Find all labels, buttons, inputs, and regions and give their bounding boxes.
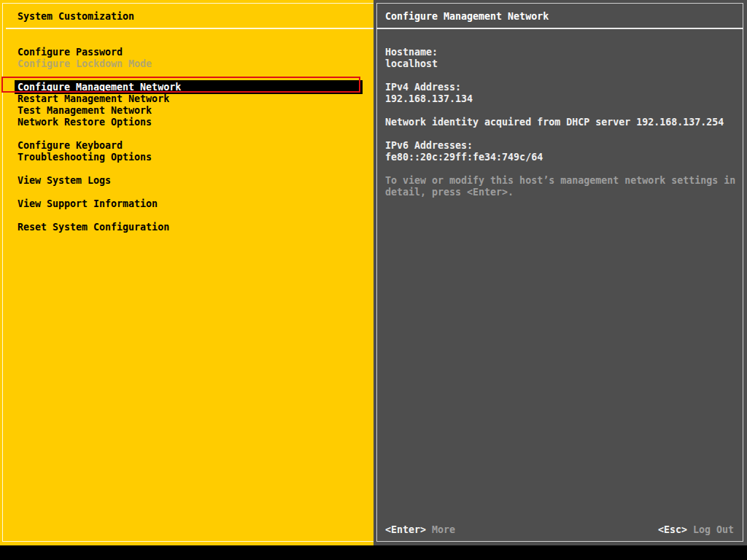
menu-spacer [0, 163, 374, 175]
spacer [385, 163, 740, 175]
hostname-value: localhost [385, 58, 740, 70]
selected-item-highlight: Configure Management Network [15, 80, 363, 94]
ipv4-label: IPv4 Address: [385, 82, 740, 93]
detail-hint-line-2: detail, press <Enter>. [385, 187, 740, 198]
menu-item-test-management-network[interactable]: Test Management Network [0, 105, 374, 117]
enter-action-label: More [432, 524, 455, 535]
menu-item-network-restore-options[interactable]: Network Restore Options [0, 117, 374, 128]
spacer [385, 128, 740, 140]
menu-item-configure-lockdown-mode: Configure Lockdown Mode [0, 58, 374, 70]
menu-item-configure-management-network[interactable]: Configure Management Network [0, 82, 374, 93]
status-bar: VMware ESXi 6.7.0 (VMKernel Release Buil… [0, 545, 747, 560]
detail-hint-line-1: To view or modify this host’s management… [385, 175, 740, 187]
right-panel-title: Configure Management Network [385, 11, 549, 23]
menu-item-configure-keyboard[interactable]: Configure Keyboard [0, 140, 374, 152]
enter-key-label: <Enter> [385, 524, 426, 535]
menu-item-restart-management-network[interactable]: Restart Management Network [0, 93, 374, 105]
esc-action-label: Log Out [693, 524, 734, 535]
menu: Configure Password Configure Lockdown Mo… [0, 47, 374, 233]
right-title-separator [376, 28, 743, 29]
ipv6-value: fe80::20c:29ff:fe34:749c/64 [385, 152, 740, 163]
ipv6-label: IPv6 Addresses: [385, 140, 740, 152]
menu-item-troubleshooting-options[interactable]: Troubleshooting Options [0, 152, 374, 163]
menu-spacer [0, 210, 374, 222]
menu-spacer [0, 187, 374, 198]
menu-item-reset-system-configuration[interactable]: Reset System Configuration [0, 222, 374, 233]
left-panel-title: System Customization [18, 11, 134, 23]
hostname-label: Hostname: [385, 47, 740, 58]
enter-hint: <Enter>More [385, 524, 455, 536]
menu-item-view-system-logs[interactable]: View System Logs [0, 175, 374, 187]
esc-hint: <Esc>Log Out [658, 524, 734, 536]
system-customization-panel: System Customization Configure Password … [0, 0, 374, 545]
network-info: Hostname: localhost IPv4 Address: 192.16… [385, 47, 740, 198]
left-title-separator [6, 28, 374, 29]
key-hints: <Enter>More <Esc>Log Out [385, 524, 734, 536]
spacer [385, 105, 740, 117]
spacer [385, 70, 740, 82]
dhcp-info: Network identity acquired from DHCP serv… [385, 117, 740, 128]
dcui-screen: System Customization Configure Password … [0, 0, 747, 560]
esc-key-label: <Esc> [658, 524, 687, 535]
ipv4-value: 192.168.137.134 [385, 93, 740, 105]
menu-item-configure-password[interactable]: Configure Password [0, 47, 374, 58]
menu-spacer [0, 128, 374, 140]
management-network-detail-panel: Configure Management Network Hostname: l… [374, 0, 747, 545]
menu-item-view-support-information[interactable]: View Support Information [0, 198, 374, 210]
